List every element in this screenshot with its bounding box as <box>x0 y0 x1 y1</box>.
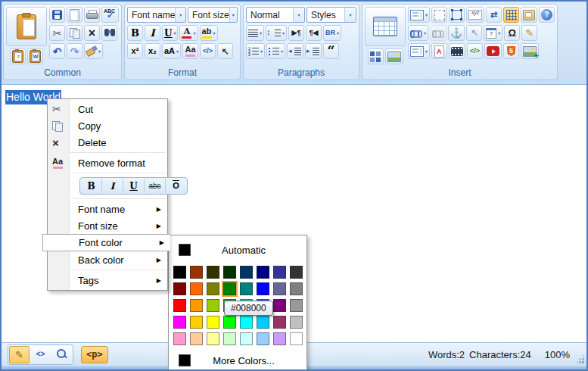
color-swatch[interactable] <box>290 316 303 329</box>
color-swatch[interactable] <box>240 282 253 295</box>
cut-button[interactable]: ✂ <box>49 25 65 41</box>
superscript-button[interactable]: x² <box>127 43 143 59</box>
color-swatch[interactable] <box>173 266 186 279</box>
preview-button[interactable] <box>51 346 72 363</box>
dropdown-arrow-icon[interactable]: ▾ <box>260 48 263 54</box>
underline-button[interactable]: U▾ <box>162 25 178 41</box>
dropdown-arrow-icon[interactable]: ▾ <box>337 30 339 36</box>
bullet-list-button[interactable]: ▾ <box>266 43 285 59</box>
dropdown-arrow-icon[interactable]: ▾ <box>213 30 216 36</box>
change-case-button[interactable]: aA▾ <box>162 43 181 59</box>
color-swatch[interactable] <box>257 282 269 295</box>
paste-button[interactable] <box>6 7 47 46</box>
edit-mode-button[interactable]: ✎ <box>9 346 30 363</box>
paragraph-style-combo[interactable]: Normal▾ <box>246 7 305 23</box>
color-swatch[interactable] <box>290 332 303 345</box>
color-swatch[interactable] <box>257 316 269 329</box>
source-view-button[interactable]: <> <box>30 346 51 363</box>
italic-button[interactable]: I <box>145 25 160 41</box>
save-button[interactable] <box>49 7 65 23</box>
dropdown-arrow-icon[interactable]: ▾ <box>425 48 428 54</box>
insert-image-button[interactable] <box>385 48 403 64</box>
hyperlink-button[interactable]: ▾ <box>408 25 428 41</box>
dropdown-arrow-icon[interactable]: ▾ <box>193 30 195 36</box>
template-button[interactable]: ▾ <box>408 43 430 59</box>
color-swatch[interactable] <box>190 299 203 312</box>
clean-code-button[interactable]: </> <box>200 43 216 59</box>
select-element-button[interactable]: ↖ <box>466 25 482 41</box>
copy-button[interactable] <box>67 25 82 41</box>
ltr-button[interactable]: ▶¶ <box>288 25 304 41</box>
dropdown-arrow-icon[interactable]: ▾ <box>260 30 262 36</box>
color-swatch[interactable] <box>207 282 219 295</box>
dropdown-arrow-icon[interactable]: ▾ <box>498 30 500 36</box>
bold-button[interactable]: B <box>81 179 102 193</box>
highlight-button[interactable]: ab▾ <box>200 25 218 41</box>
decrease-indent-button[interactable] <box>287 43 303 59</box>
color-swatch[interactable] <box>207 266 219 279</box>
menu-item-font-color[interactable]: Font color▶ <box>42 234 170 251</box>
signature-button[interactable]: ✎ <box>521 25 537 41</box>
menu-item-font-name[interactable]: Font name▶ <box>48 201 167 217</box>
color-swatch[interactable] <box>257 332 269 345</box>
menu-item-back-color[interactable]: Back color▶ <box>48 251 167 268</box>
color-swatch[interactable] <box>190 282 203 295</box>
underline-button[interactable]: U <box>123 179 145 193</box>
color-swatch[interactable] <box>290 282 303 295</box>
color-swatch[interactable] <box>273 332 286 345</box>
dropdown-arrow-icon[interactable]: ▾ <box>282 30 285 36</box>
menu-item-delete[interactable]: ×Delete <box>48 134 167 151</box>
color-swatch[interactable] <box>207 316 219 329</box>
overline-button[interactable]: O <box>166 179 186 193</box>
bold-button[interactable]: B <box>127 25 143 41</box>
more-colors-item[interactable]: More Colors... <box>169 352 306 369</box>
color-swatch[interactable] <box>190 266 203 279</box>
select-similar-button[interactable]: ↖ <box>217 43 233 59</box>
insert-pdf-button[interactable] <box>431 43 447 59</box>
dropdown-arrow-icon[interactable]: ▾ <box>425 12 428 17</box>
color-swatch[interactable] <box>190 316 203 329</box>
insert-image-plus-button[interactable] <box>521 43 539 59</box>
format-painter-button[interactable]: ▾ <box>84 43 103 59</box>
anchor-button[interactable]: ⚓ <box>448 25 465 41</box>
html5-button[interactable] <box>503 43 519 59</box>
spellcheck-button[interactable] <box>101 7 119 23</box>
italic-button[interactable]: I <box>102 179 123 193</box>
color-swatch[interactable] <box>207 332 219 345</box>
dropdown-arrow-icon[interactable]: ▾ <box>424 30 426 36</box>
numbered-list-button[interactable]: ▾ <box>246 43 265 59</box>
dropdown-arrow-icon[interactable]: ▾ <box>173 30 176 36</box>
color-swatch[interactable] <box>223 266 236 279</box>
insert-table-button[interactable] <box>365 7 406 46</box>
color-swatch[interactable] <box>173 299 186 312</box>
remove-format-button[interactable]: Aa <box>182 43 198 59</box>
font-size-combo[interactable]: Font size▾ <box>188 7 238 23</box>
color-swatch[interactable] <box>223 316 236 329</box>
menu-item-cut[interactable]: ✂Cut <box>48 101 167 117</box>
color-swatch[interactable] <box>173 282 186 295</box>
color-swatch[interactable] <box>240 332 253 345</box>
resize-grip[interactable] <box>582 361 584 363</box>
color-swatch[interactable] <box>240 316 253 329</box>
color-swatch[interactable] <box>207 299 219 312</box>
styles-combo[interactable]: Styles▾ <box>306 7 356 23</box>
font-name-combo[interactable]: Font name▾ <box>127 7 186 23</box>
find-button[interactable] <box>101 25 117 41</box>
rtl-button[interactable]: ¶◀ <box>306 25 322 41</box>
color-swatch[interactable] <box>257 266 269 279</box>
color-swatch[interactable] <box>290 299 303 312</box>
container-button[interactable] <box>431 7 447 23</box>
color-swatch[interactable] <box>223 282 236 295</box>
delete-button[interactable]: × <box>84 25 100 41</box>
menu-item-remove-format[interactable]: AaRemove format <box>48 154 167 171</box>
layer-button[interactable] <box>449 7 465 23</box>
strikethrough-button[interactable]: abc <box>145 179 166 193</box>
gallery-button[interactable] <box>368 48 384 64</box>
dropdown-arrow-icon[interactable]: ▾ <box>98 48 101 54</box>
increase-indent-button[interactable] <box>305 43 322 59</box>
print-button[interactable] <box>84 7 100 23</box>
automatic-color-item[interactable]: Automatic <box>169 242 306 258</box>
alignment-button[interactable]: ▾ <box>246 25 264 41</box>
menu-item-font-size[interactable]: Font size▶ <box>48 217 167 234</box>
color-swatch[interactable] <box>190 332 203 345</box>
